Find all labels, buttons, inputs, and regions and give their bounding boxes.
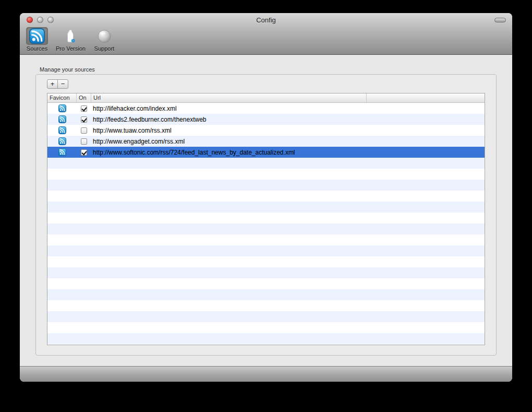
table-body: http://lifehacker.com/index.xmlhttp://fe… <box>47 103 485 345</box>
table-row[interactable]: http://www.softonic.com/rss/724/feed_las… <box>47 147 485 158</box>
groupbox-frame: + − Favicon On Url http://lifehacker.com… <box>35 74 497 356</box>
toolbar-item-pro-version[interactable]: Pro Version <box>56 27 86 52</box>
window-title: Config <box>20 16 512 24</box>
feed-enabled-checkbox[interactable] <box>81 127 87 134</box>
toolbar-item-label: Pro Version <box>56 45 86 52</box>
titlebar[interactable]: Config <box>20 13 512 27</box>
favicon-cell <box>47 115 77 123</box>
window-content: Manage your sources + − Favicon On Url h… <box>20 55 512 366</box>
toolbar-item-support[interactable]: Support <box>93 27 115 52</box>
table-row[interactable]: http://www.engadget.com/rss.xml <box>47 136 485 147</box>
add-source-button[interactable]: + <box>47 79 58 89</box>
table-header: Favicon On Url <box>47 93 485 103</box>
table-row[interactable]: http://www.tuaw.com/rss.xml <box>47 125 485 136</box>
toolbar-toggle-button[interactable] <box>494 18 506 22</box>
zoom-window-button[interactable] <box>47 17 54 23</box>
sources-table: Favicon On Url http://lifehacker.com/ind… <box>47 93 485 345</box>
toolbar-item-label: Support <box>94 45 115 52</box>
add-remove-controls: + − <box>47 79 485 89</box>
on-cell <box>77 105 91 112</box>
feed-enabled-checkbox[interactable] <box>81 105 87 112</box>
window-bottom-bar <box>20 366 512 382</box>
rss-feed-icon <box>58 137 66 145</box>
minimize-window-button[interactable] <box>37 17 43 23</box>
close-window-button[interactable] <box>27 17 33 23</box>
toolbar-item-sources[interactable]: Sources <box>26 27 48 52</box>
table-row[interactable]: http://feeds2.feedburner.com/thenextweb <box>47 114 485 125</box>
feed-url: http://www.tuaw.com/rss.xml <box>91 127 367 134</box>
on-cell <box>77 127 91 134</box>
feed-url: http://lifehacker.com/index.xml <box>91 105 367 112</box>
column-header-favicon[interactable]: Favicon <box>47 93 77 102</box>
toolbar: Sources Pro Version <box>20 27 512 55</box>
extra-cell <box>367 103 485 114</box>
rss-icon <box>26 27 48 45</box>
feed-url: http://www.engadget.com/rss.xml <box>91 138 367 145</box>
remove-source-button[interactable]: − <box>57 79 68 89</box>
bottle-icon <box>59 27 81 45</box>
on-cell <box>77 149 91 156</box>
feed-enabled-checkbox[interactable] <box>81 149 87 156</box>
window-chrome: Config Sources <box>20 13 512 55</box>
feed-url: http://www.softonic.com/rss/724/feed_las… <box>91 149 367 156</box>
config-window: Config Sources <box>20 13 512 382</box>
column-header-on[interactable]: On <box>77 93 91 102</box>
feed-enabled-checkbox[interactable] <box>81 138 87 145</box>
toolbar-item-label: Sources <box>27 45 47 52</box>
sources-groupbox: Manage your sources + − Favicon On Url h… <box>35 66 497 356</box>
extra-cell <box>367 125 485 136</box>
favicon-cell <box>47 137 77 145</box>
favicon-cell <box>47 148 77 156</box>
feed-url: http://feeds2.feedburner.com/thenextweb <box>91 116 367 123</box>
extra-cell <box>367 147 485 158</box>
rss-feed-icon <box>58 104 66 112</box>
column-header-extra[interactable] <box>367 93 485 102</box>
extra-cell <box>367 114 485 125</box>
table-row[interactable]: http://lifehacker.com/index.xml <box>47 103 485 114</box>
extra-cell <box>367 136 485 147</box>
column-header-url[interactable]: Url <box>91 93 367 102</box>
favicon-cell <box>47 104 77 112</box>
groupbox-label: Manage your sources <box>40 66 497 73</box>
rss-feed-icon <box>58 115 66 123</box>
feed-enabled-checkbox[interactable] <box>81 116 87 123</box>
favicon-cell <box>47 126 77 134</box>
on-cell <box>77 116 91 123</box>
on-cell <box>77 138 91 145</box>
rss-feed-icon <box>58 148 66 156</box>
rss-feed-icon <box>58 126 66 134</box>
globe-icon <box>93 27 115 45</box>
traffic-lights <box>27 17 54 23</box>
